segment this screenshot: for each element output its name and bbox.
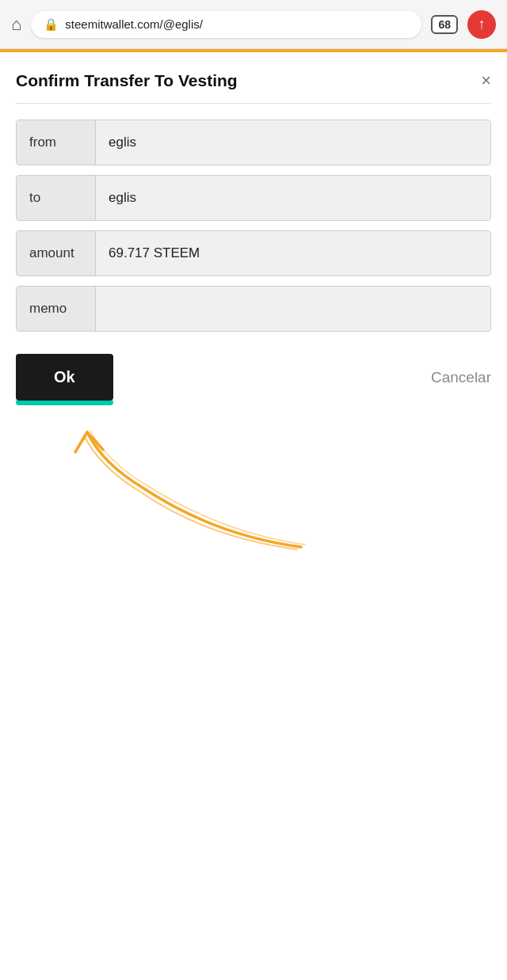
memo-label: memo: [17, 287, 96, 331]
memo-row: memo: [16, 286, 491, 332]
cancel-button[interactable]: Cancelar: [431, 369, 491, 386]
from-row: from eglis: [16, 120, 491, 165]
arrow-annotation: [16, 408, 491, 567]
browser-chrome: ⌂ 🔒 steemitwallet.com/@eglis/ 68 ↑: [0, 0, 507, 49]
dialog-title: Confirm Transfer To Vesting: [16, 71, 238, 90]
from-label: from: [17, 120, 96, 165]
tab-count-badge[interactable]: 68: [431, 15, 458, 34]
button-row: Ok Cancelar: [16, 354, 491, 401]
to-value: eglis: [96, 176, 490, 220]
to-row: to eglis: [16, 175, 491, 221]
amount-label: amount: [17, 231, 96, 275]
url-text: steemitwallet.com/@eglis/: [65, 17, 203, 31]
amount-row: amount 69.717 STEEM: [16, 230, 491, 276]
ok-button[interactable]: Ok: [16, 354, 113, 401]
header-divider: [16, 103, 491, 104]
amount-value: 69.717 STEEM: [96, 231, 490, 275]
home-icon[interactable]: ⌂: [11, 14, 21, 35]
memo-value: [96, 287, 490, 331]
dialog-container: Confirm Transfer To Vesting × from eglis…: [0, 52, 507, 980]
lock-icon: 🔒: [44, 17, 59, 32]
close-icon[interactable]: ×: [481, 72, 491, 89]
upload-icon[interactable]: ↑: [467, 10, 496, 39]
from-value: eglis: [96, 120, 490, 165]
dialog-header: Confirm Transfer To Vesting ×: [16, 71, 491, 90]
arrow-svg: [16, 408, 317, 567]
url-bar[interactable]: 🔒 steemitwallet.com/@eglis/: [31, 11, 421, 38]
to-label: to: [17, 176, 96, 220]
